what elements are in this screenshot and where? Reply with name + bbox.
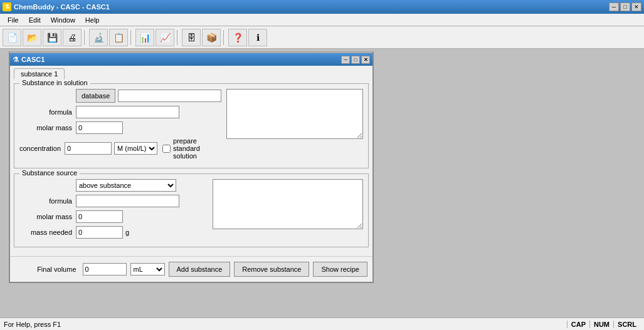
concentration-row: concentration M (mol/L) mol/L mM g/L mg/…: [19, 137, 221, 160]
inner-window-title: CASC1: [21, 56, 45, 63]
status-indicators: CAP NUM SCRL: [567, 321, 640, 328]
sep4: [223, 30, 226, 45]
prepare-standard-label: prepare standard solution: [173, 137, 221, 160]
toolbar-new[interactable]: 📄: [3, 29, 21, 46]
formula-label: formula: [19, 108, 76, 116]
molar-mass-input[interactable]: [76, 121, 123, 134]
action-bar: Final volume mL L µL Add substance Remov…: [10, 256, 372, 282]
final-volume-unit-select[interactable]: mL L µL: [130, 263, 165, 276]
toolbar-save[interactable]: 💾: [43, 29, 61, 46]
substance-in-solution-layout: database formula molar mass: [19, 89, 363, 163]
source-dropdown-row: above substance custom substance from da…: [19, 179, 208, 192]
app-icon: ⚗: [3, 3, 11, 11]
inner-title-left: ⚗ CASC1: [13, 56, 45, 64]
menu-bar: File Edit Window Help: [0, 14, 644, 26]
title-bar-controls: ─ □ ✕: [609, 3, 641, 11]
content-area: Substance in solution database formula: [10, 80, 372, 256]
minimize-btn[interactable]: ─: [609, 3, 619, 11]
toolbar-table2[interactable]: 📈: [156, 29, 174, 46]
database-button[interactable]: database: [76, 89, 115, 103]
source-formula-input[interactable]: [76, 195, 179, 207]
toolbar-about[interactable]: ℹ: [248, 29, 267, 46]
toolbar-db2[interactable]: 📦: [202, 29, 221, 46]
remove-substance-button[interactable]: Remove substance: [234, 262, 309, 277]
main-area: ⚗ CASC1 ─ □ ✕ substance 1 Substance in s…: [0, 49, 644, 317]
database-row: database: [19, 89, 221, 103]
formula-input[interactable]: [76, 106, 179, 118]
help-text: For Help, press F1: [4, 321, 61, 328]
concentration-unit-select[interactable]: M (mol/L) mol/L mM g/L mg/L: [114, 142, 157, 155]
inner-window-icon: ⚗: [13, 56, 19, 64]
menu-help[interactable]: Help: [80, 15, 105, 25]
toolbar: 📄 📂 💾 🖨 🔬 📋 📊 📈 🗄 📦 ❓ ℹ: [0, 26, 644, 49]
concentration-input[interactable]: [65, 142, 112, 155]
title-bar-left: ⚗ ChemBuddy - CASC - CASC1: [3, 3, 110, 11]
substance-source-title: Substance source: [19, 169, 80, 177]
menu-file[interactable]: File: [3, 15, 24, 25]
concentration-label: concentration: [19, 145, 65, 152]
source-molar-mass-input[interactable]: [76, 210, 123, 223]
substance-in-solution-title: Substance in solution: [19, 79, 90, 86]
inner-title-bar: ⚗ CASC1 ─ □ ✕: [10, 53, 372, 66]
tab-substance1[interactable]: substance 1: [14, 68, 65, 80]
mass-unit-label: g: [125, 229, 129, 236]
mass-needed-label: mass needed: [19, 229, 76, 236]
sep2: [130, 30, 133, 45]
toolbar-open[interactable]: 📂: [23, 29, 41, 46]
toolbar-help[interactable]: ❓: [228, 29, 247, 46]
status-bar: For Help, press F1 CAP NUM SCRL: [0, 317, 644, 330]
final-volume-label: Final volume: [37, 266, 76, 273]
mass-needed-row: mass needed g: [19, 226, 208, 239]
inner-window: ⚗ CASC1 ─ □ ✕ substance 1 Substance in s…: [9, 51, 374, 283]
source-molar-mass-row: molar mass: [19, 210, 208, 223]
maximize-btn[interactable]: □: [620, 3, 630, 11]
scrl-indicator: SCRL: [613, 321, 640, 328]
substance-display-area[interactable]: [226, 89, 363, 139]
src-fields: above substance custom substance from da…: [19, 179, 208, 242]
source-formula-row: formula: [19, 195, 208, 207]
mass-needed-input[interactable]: [76, 226, 123, 239]
toolbar-db1[interactable]: 🗄: [182, 29, 201, 46]
app-title: ChemBuddy - CASC - CASC1: [14, 3, 110, 11]
final-volume-input[interactable]: [83, 263, 127, 276]
molar-mass-label: molar mass: [19, 124, 76, 131]
show-recipe-button[interactable]: Show recipe: [313, 262, 367, 277]
formula-row: formula: [19, 106, 221, 118]
inner-title-controls: ─ □ ✕: [341, 56, 370, 64]
toolbar-print[interactable]: 🖨: [63, 29, 82, 46]
source-formula-label: formula: [19, 197, 76, 205]
inner-close-btn[interactable]: ✕: [361, 56, 370, 64]
source-select[interactable]: above substance custom substance from da…: [76, 179, 176, 192]
sol-fields: database formula molar mass: [19, 89, 221, 163]
source-molar-mass-label: molar mass: [19, 213, 76, 220]
sep1: [84, 30, 87, 45]
toolbar-table1[interactable]: 📊: [135, 29, 154, 46]
substance-in-solution-group: Substance in solution database formula: [14, 83, 369, 168]
inner-minimize-btn[interactable]: ─: [341, 56, 350, 64]
add-substance-button[interactable]: Add substance: [169, 262, 231, 277]
menu-edit[interactable]: Edit: [24, 15, 46, 25]
sep3: [177, 30, 179, 45]
menu-window[interactable]: Window: [46, 15, 80, 25]
num-indicator: NUM: [589, 321, 613, 328]
substance-source-group: Substance source above substance custom …: [14, 173, 369, 247]
close-btn[interactable]: ✕: [631, 3, 641, 11]
inner-maximize-btn[interactable]: □: [351, 56, 360, 64]
cap-indicator: CAP: [567, 321, 589, 328]
substance-source-layout: above substance custom substance from da…: [19, 179, 363, 242]
database-input[interactable]: [118, 90, 221, 102]
toolbar-formula[interactable]: 🔬: [89, 29, 108, 46]
source-display-area[interactable]: [213, 179, 363, 229]
molar-mass-row: molar mass: [19, 121, 221, 134]
toolbar-report[interactable]: 📋: [109, 29, 128, 46]
title-bar: ⚗ ChemBuddy - CASC - CASC1 ─ □ ✕: [0, 0, 644, 14]
tabs-area: substance 1: [10, 66, 372, 80]
prepare-standard-checkbox[interactable]: [162, 145, 171, 153]
